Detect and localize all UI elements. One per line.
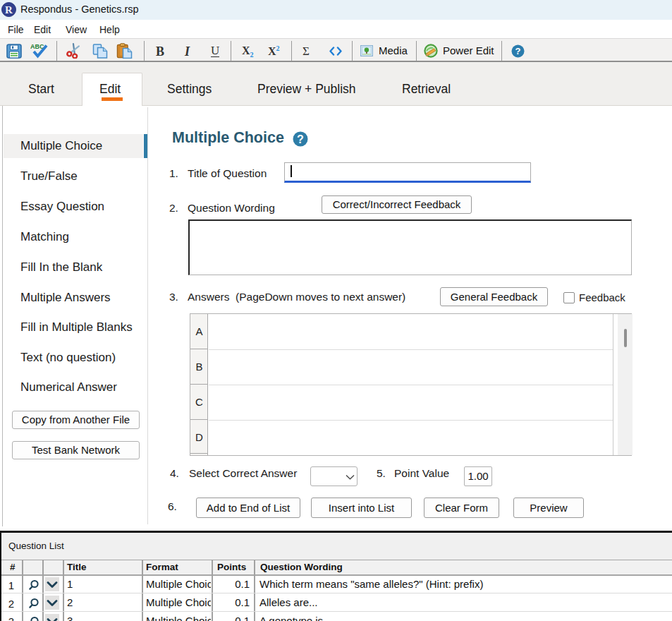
svg-text:R: R: [5, 4, 13, 16]
svg-text:?: ?: [297, 133, 304, 145]
svg-text:?: ?: [515, 46, 521, 56]
